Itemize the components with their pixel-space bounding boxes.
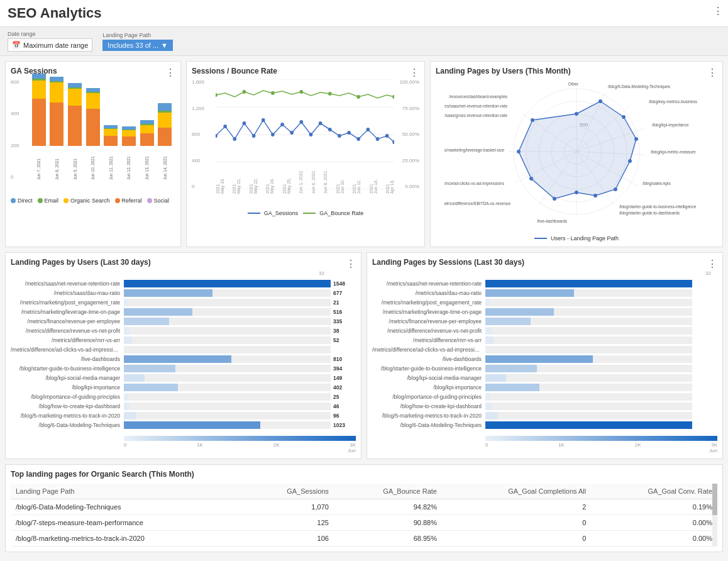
sessions-bounce-legend: GA_Sessions GA_Bounce Rate — [192, 210, 419, 216]
hbar-value-2: 21 — [331, 299, 356, 306]
y-label-0: 0 — [11, 174, 30, 180]
hbar-row-0: /metrics/saas/net-revenue-retention-rate… — [11, 280, 356, 287]
svg-point-31 — [392, 95, 394, 99]
hbar-value-0: 1548 — [331, 280, 356, 287]
ga-sessions-menu[interactable]: ⋮ — [165, 67, 175, 79]
hbar-row-12: /blog/importance-of-guiding-principles — [372, 393, 717, 401]
bar-referral-6 — [122, 136, 136, 146]
sessions-bounce-chart-area: 1,600 1,200 800 400 0 100.00% 75.00% 50.… — [192, 79, 419, 205]
hbar-track-9 — [124, 365, 331, 372]
hbar-label-1: /metrics/saas/dau-mau-ratio — [372, 290, 485, 296]
x-label-5: May 25, 2021 — [282, 169, 291, 194]
hbar-track-6 — [124, 336, 331, 344]
hbar-fill-14 — [485, 412, 498, 419]
bar-label-5: Jun 11, 2021 — [109, 147, 113, 180]
jun-label-sessions: Jun — [709, 448, 717, 453]
sessions-30-menu[interactable]: ⋮ — [707, 258, 717, 270]
bar-label-2: Jun 8, 2021 — [55, 147, 59, 180]
landing-page-value: Includes 33 of ... — [108, 42, 158, 49]
hbar-row-15: /blog/6-Data-Modeling-Techniques 1023 — [11, 421, 356, 429]
hbar-row-12: /blog/importance-of-guiding-principles 2… — [11, 393, 356, 401]
date-range-label: Date range — [8, 31, 92, 37]
hbar-row-5: /metrics/difference/revenue-vs-net-profi… — [372, 327, 717, 335]
hbar-track-7 — [485, 346, 692, 353]
hbar-row-9: /blog/starter-guide-to-business-intellig… — [372, 365, 717, 372]
radar-title: Landing Pages by Users (This Month) — [436, 67, 717, 75]
svg-text:Other: Other — [568, 82, 579, 86]
bar-group-1: Jun 7, 2021 — [31, 74, 47, 180]
bar-label-7: Jun 13, 2021 — [145, 147, 149, 180]
hbar-label-13: /blog/how-to-create-kpi-dashboard — [372, 403, 485, 409]
legend-line-radar — [534, 238, 547, 239]
top-pages-table: Landing Page Path GA_Sessions GA_Bounce … — [11, 484, 717, 547]
bar-organic-5 — [104, 129, 118, 136]
scrollbar-track[interactable] — [712, 484, 717, 547]
hbar-track-13 — [124, 403, 331, 410]
scrollbar-thumb[interactable] — [712, 484, 717, 515]
radar-legend: Users - Landing Page Path — [436, 235, 717, 242]
hbar-fill-7 — [124, 346, 126, 353]
scale-1k: 1K — [197, 442, 203, 448]
hbar-track-13 — [485, 403, 692, 410]
svg-text:/blog/kpi-importance: /blog/kpi-importance — [652, 123, 689, 128]
legend-label-bounce: GA_Bounce Rate — [319, 210, 363, 216]
hbar-value-10: 149 — [331, 375, 356, 381]
hbar-label-8: /live-dashboards — [11, 356, 124, 362]
hbar-row-7: /metrics/difference/ad-clicks-vs-ad-impr… — [372, 346, 717, 353]
hbar-row-5: /metrics/difference/revenue-vs-net-profi… — [11, 327, 356, 335]
svg-point-8 — [243, 121, 246, 125]
hbar-row-7: /metrics/difference/ad-clicks-vs-ad-impr… — [11, 346, 356, 353]
sessions-bounce-menu[interactable]: ⋮ — [409, 67, 419, 79]
hbar-value-3: 516 — [331, 309, 356, 315]
hbar-row-4: /metrics/finance/revenue-per-employee — [372, 318, 717, 325]
hbar-row-11: /blog/kpi-importance — [372, 384, 717, 391]
svg-text:/metrics/saas/gross-revenue-re: /metrics/saas/gross-revenue-retention-ra… — [444, 113, 507, 118]
legend-line-bounce — [303, 213, 316, 214]
svg-point-59 — [553, 197, 556, 201]
table-header-row: Landing Page Path GA_Sessions GA_Bounce … — [11, 484, 717, 499]
s-scale-0: 0 — [485, 442, 488, 448]
hbar-fill-11 — [124, 384, 178, 391]
sessions-bounce-title: Sessions / Bounce Rate — [192, 67, 419, 75]
x-label-10: Jun 12, 2021 — [352, 169, 361, 194]
hbar-label-5: /metrics/difference/revenue-vs-net-profi… — [372, 328, 485, 334]
svg-point-61 — [517, 150, 521, 153]
hbar-row-8: /live-dashboards — [372, 355, 717, 363]
hbar-fill-5 — [124, 327, 130, 335]
hbar-row-1: /metrics/saas/dau-mau-ratio 677 — [11, 289, 356, 297]
svg-text:/blog/6-Data-Modeling-Techniqu: /blog/6-Data-Modeling-Techniques — [608, 84, 671, 89]
hbar-row-11: /blog/kpi-importance 402 — [11, 384, 356, 391]
cell-conv-0: 0.19% — [591, 499, 717, 515]
date-range-input[interactable]: 📅 Maximum date range — [8, 38, 92, 52]
col-bounce: GA_Bounce Rate — [334, 484, 442, 499]
table-menu[interactable]: ⋮ — [713, 5, 723, 17]
users-30-menu[interactable]: ⋮ — [346, 258, 356, 270]
bar-group-7: Jun 13, 2021 — [139, 120, 155, 180]
table-wrapper: Landing Page Path GA_Sessions GA_Bounce … — [11, 484, 717, 547]
x-label-11: Jun 14, 2021 — [369, 169, 378, 194]
legend-organic: Organic Search — [63, 197, 110, 204]
hbar-track-14 — [485, 412, 692, 419]
hbar-track-14 — [124, 412, 331, 419]
hbar-row-10: /blog/kpi-social-media-manager 149 — [11, 374, 356, 382]
cell-bounce-2: 68.95% — [334, 531, 442, 547]
landing-page-dropdown[interactable]: Includes 33 of ... ▼ — [102, 40, 173, 51]
date-range-value: Maximum date range — [23, 42, 88, 49]
svg-point-23 — [385, 134, 389, 138]
hbar-value-9: 394 — [331, 365, 356, 372]
users-30-bars: /metrics/saas/net-revenue-retention-rate… — [11, 277, 356, 433]
bar-label-8: Jun 14, 2021 — [163, 147, 167, 180]
hbar-label-12: /blog/importance-of-guiding-principles — [372, 394, 485, 400]
hbar-fill-10 — [124, 374, 145, 382]
y-label-600: 600 — [11, 79, 30, 85]
y-left-800: 800 — [192, 131, 214, 137]
legend-dot-direct — [11, 198, 16, 203]
cell-sessions-0: 1,070 — [246, 499, 334, 515]
bottom-charts-row: Landing Pages by Users (Last 30 days) ⋮ … — [5, 252, 723, 459]
hbar-fill-0 — [124, 280, 331, 287]
legend-label-radar: Users - Landing Page Path — [551, 235, 619, 242]
scale-2k: 2K — [273, 442, 280, 448]
hbar-track-4 — [124, 318, 331, 325]
s-scale-2k: 2K — [635, 442, 641, 448]
radar-menu[interactable]: ⋮ — [707, 67, 717, 79]
